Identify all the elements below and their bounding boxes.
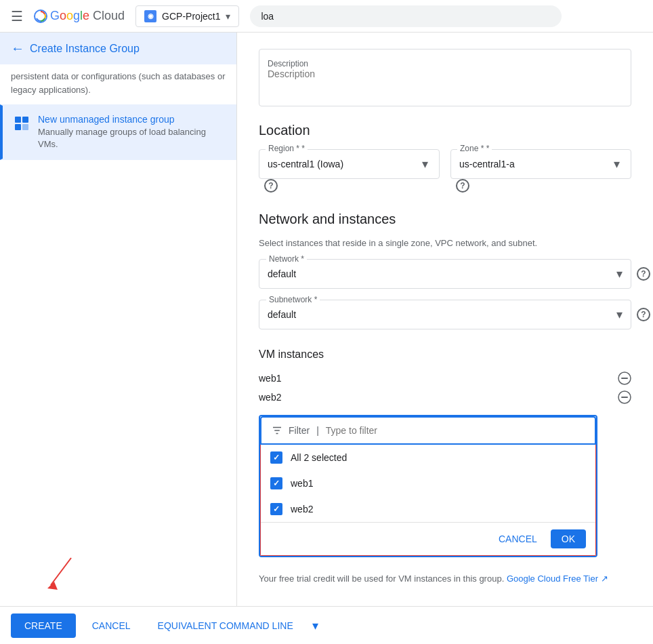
network-help-icon[interactable]: ?: [637, 267, 650, 281]
equivalent-command-button[interactable]: EQUIVALENT COMMAND LINE: [147, 613, 304, 638]
web2-label: web2: [291, 504, 313, 515]
project-icon: ◉: [144, 10, 156, 22]
checkbox-web2[interactable]: ✓: [270, 503, 282, 515]
svg-rect-8: [621, 397, 628, 398]
zone-dropdown-icon: ▾: [614, 157, 620, 172]
web1-label: web1: [291, 478, 313, 489]
instance-group-icon: [14, 115, 30, 132]
vm-instances-section: VM instances web1 web2: [259, 348, 631, 584]
sidebar-header: ← Create Instance Group: [0, 33, 236, 64]
subnetwork-help-icon[interactable]: ?: [637, 308, 650, 321]
vm-remove-web2[interactable]: [618, 390, 631, 404]
dropdown-cancel-button[interactable]: CANCEL: [493, 529, 543, 548]
search-input[interactable]: [250, 5, 562, 27]
sidebar-item-new-unmanaged[interactable]: New unmanaged instance group Manually ma…: [0, 104, 236, 160]
vm-name-web1: web1: [259, 373, 618, 384]
svg-rect-1: [15, 117, 21, 123]
filter-pipe: |: [316, 425, 319, 436]
external-link-icon: ↗: [601, 573, 608, 584]
network-section: Network and instances Select instances t…: [259, 212, 631, 329]
bottom-bar: CREATE CANCEL EQUIVALENT COMMAND LINE ▾: [0, 606, 653, 644]
back-button[interactable]: ←: [11, 41, 24, 56]
sidebar-item-desc: Manually manage groups of load balancing…: [38, 126, 224, 150]
checkbox-web1[interactable]: ✓: [270, 477, 282, 489]
dropdown-item-all[interactable]: ✓ All 2 selected: [261, 445, 595, 470]
network-dropdown-icon: ▾: [616, 266, 623, 281]
subnetwork-value: default: [268, 309, 616, 320]
filter-bar: Filter |: [260, 416, 596, 445]
location-title: Location: [259, 123, 631, 138]
vm-dropdown: ✓ All 2 selected ✓ web1: [260, 445, 596, 556]
region-help-icon[interactable]: ?: [264, 179, 278, 193]
page-title: Create Instance Group: [30, 43, 140, 55]
all-selected-label: All 2 selected: [291, 452, 347, 463]
header: ☰ Google Cloud ◉ GCP-Project1 ▾: [0, 0, 653, 33]
dropdown-item-web1[interactable]: ✓ web1: [261, 470, 595, 496]
network-field[interactable]: Network * default ▾: [259, 259, 631, 289]
network-desc: Select instances that reside in a single…: [259, 238, 631, 248]
location-section: Location Region * us-central1 (Iowa) ▾ ?…: [259, 123, 631, 193]
google-cloud-logo-icon: [34, 9, 47, 23]
dropdown-ok-button[interactable]: OK: [551, 529, 586, 548]
project-name: GCP-Project1: [162, 11, 220, 22]
dropdown-footer: CANCEL OK: [261, 522, 595, 555]
region-label: Region *: [266, 144, 308, 153]
equivalent-dropdown-arrow[interactable]: ▾: [310, 611, 321, 640]
location-row: Region * us-central1 (Iowa) ▾ ? Zone * u…: [259, 149, 631, 193]
vm-instances-title: VM instances: [259, 348, 631, 361]
filter-label: Filter: [289, 425, 310, 436]
description-input[interactable]: [268, 68, 623, 96]
region-select[interactable]: us-central1 (Iowa): [268, 159, 422, 169]
network-title: Network and instances: [259, 212, 631, 227]
create-button[interactable]: CREATE: [11, 613, 76, 638]
region-select-wrapper[interactable]: us-central1 (Iowa) ▾: [259, 149, 440, 179]
checkbox-all[interactable]: ✓: [270, 451, 282, 464]
sidebar-item-title: New unmanaged instance group: [38, 114, 224, 125]
zone-field: Zone * us-central1-a ▾ ?: [450, 149, 631, 193]
vm-item-web2: web2: [259, 388, 631, 407]
subnetwork-label: Subnetwork *: [266, 295, 320, 304]
cancel-button[interactable]: CANCEL: [81, 613, 142, 638]
free-trial-text: Your free trial credit will be used for …: [259, 573, 504, 584]
subnetwork-field[interactable]: Subnetwork * default ▾: [259, 300, 631, 329]
filter-input[interactable]: [326, 425, 585, 436]
page-layout: ← Create Instance Group persistent data …: [0, 33, 653, 644]
vm-item-web1: web1: [259, 369, 631, 388]
project-selector[interactable]: ◉ GCP-Project1 ▾: [135, 5, 239, 27]
free-trial-notice: Your free trial credit will be used for …: [259, 573, 631, 584]
filter-icon: [271, 424, 283, 437]
project-dropdown-icon: ▾: [226, 11, 230, 22]
svg-rect-3: [15, 124, 21, 130]
free-trial-link[interactable]: Google Cloud Free Tier ↗: [507, 573, 608, 584]
menu-icon[interactable]: ☰: [11, 8, 23, 24]
zone-select-wrapper[interactable]: us-central1-a ▾: [450, 149, 631, 179]
svg-rect-4: [22, 124, 28, 130]
svg-rect-2: [22, 117, 28, 123]
dropdown-item-web2[interactable]: ✓ web2: [261, 496, 595, 522]
logo-text: Google Cloud: [50, 9, 125, 23]
description-label: Description: [268, 59, 308, 68]
zone-select[interactable]: us-central1-a: [459, 159, 614, 169]
subnetwork-dropdown-icon: ▾: [616, 307, 623, 322]
zone-label: Zone *: [457, 144, 492, 153]
sidebar-description: persistent data or configurations (such …: [0, 64, 236, 104]
vm-remove-web1[interactable]: [618, 371, 631, 385]
zone-help-icon[interactable]: ?: [456, 179, 469, 193]
region-field: Region * us-central1 (Iowa) ▾ ?: [259, 149, 440, 193]
svg-rect-6: [621, 378, 628, 379]
network-label: Network *: [266, 254, 307, 264]
vm-name-web2: web2: [259, 392, 618, 403]
description-field: Description: [259, 49, 631, 106]
logo: Google Cloud: [34, 9, 125, 23]
region-dropdown-icon: ▾: [422, 157, 428, 172]
sidebar: ← Create Instance Group persistent data …: [0, 33, 237, 644]
network-value: default: [268, 268, 616, 279]
main-content: Description Location Region * us-central…: [237, 33, 653, 644]
